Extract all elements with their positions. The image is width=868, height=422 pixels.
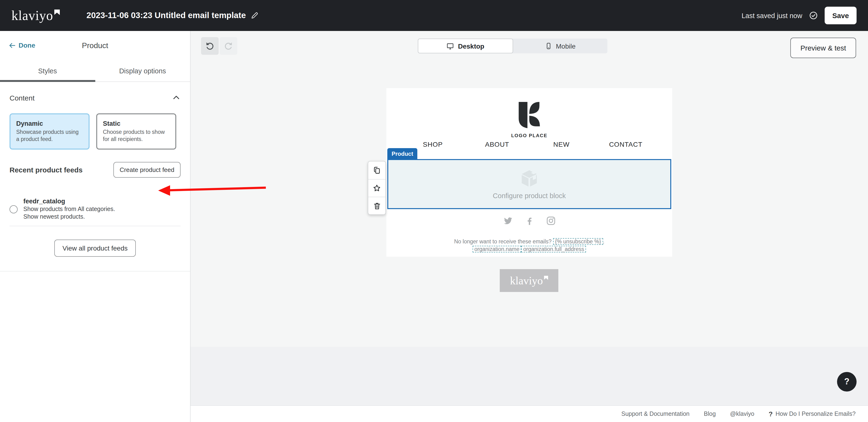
radio-button[interactable]	[9, 205, 18, 214]
email-nav-shop[interactable]: SHOP	[401, 140, 465, 148]
duplicate-block-button[interactable]	[368, 161, 385, 179]
email-footer-text: No longer want to receive these emails? …	[386, 238, 672, 253]
delete-block-button[interactable]	[368, 197, 385, 214]
klaviyo-email-editor: klaviyo 2023-11-06 03:23 Untitled email …	[0, 0, 868, 422]
content-section-title: Content	[9, 94, 35, 102]
chevron-up-icon[interactable]	[172, 93, 181, 102]
email-nav-about[interactable]: ABOUT	[465, 140, 529, 148]
redo-icon	[224, 41, 233, 51]
package-box-icon	[520, 169, 539, 188]
feed-description-2: Show newest products.	[23, 214, 115, 220]
topbar-right: Last saved just now Save	[742, 7, 857, 24]
redo-button[interactable]	[220, 37, 237, 55]
footer-personalize-help[interactable]: ? How Do I Personalize Emails?	[769, 410, 856, 418]
check-circle-icon	[809, 11, 818, 20]
save-button[interactable]: Save	[825, 7, 857, 24]
organization-address-tag[interactable]: organization.full_address	[521, 246, 586, 253]
divider	[9, 226, 181, 226]
facebook-icon[interactable]	[524, 216, 534, 226]
product-block[interactable]: Configure product block	[387, 159, 671, 209]
option-title: Dynamic	[16, 120, 83, 127]
star-icon	[373, 184, 381, 192]
email-nav: SHOP ABOUT NEW CONTACT	[401, 140, 658, 148]
block-toolbar	[368, 161, 386, 215]
canvas-lower-strip	[191, 347, 868, 405]
undo-button[interactable]	[201, 37, 219, 55]
divider	[0, 271, 190, 271]
email-logo-block[interactable]: LOGO PLACE	[386, 101, 672, 138]
edit-pencil-icon[interactable]	[251, 11, 259, 20]
page-footer: Support & Documentation Blog @klaviyo ? …	[191, 405, 868, 422]
unsubscribe-line: No longer want to receive these emails? …	[386, 238, 672, 245]
trash-icon	[373, 202, 381, 210]
unsubscribe-line-text: No longer want to receive these emails?	[454, 239, 553, 244]
klaviyo-flag-icon	[54, 9, 60, 15]
organization-name-tag[interactable]: organization.name	[473, 246, 521, 253]
option-card-dynamic[interactable]: Dynamic Showcase products using a produc…	[9, 113, 90, 150]
device-toggle-mobile[interactable]: Mobile	[513, 39, 608, 53]
template-title: 2023-11-06 03:23 Untitled email template	[87, 10, 259, 21]
help-button[interactable]: ?	[837, 372, 857, 391]
klaviyo-badge-wordmark: klaviyo	[510, 275, 548, 286]
footer-link-twitter-handle[interactable]: @klaviyo	[730, 411, 754, 417]
social-links-block	[386, 216, 672, 226]
selected-block-label[interactable]: Product	[387, 148, 417, 159]
option-description: Choose products to show for all recipien…	[103, 129, 169, 143]
logo-place-mark-icon	[517, 101, 541, 129]
device-toggle-label: Mobile	[556, 42, 576, 50]
organization-line: organization.nameorganization.full_addre…	[386, 245, 672, 253]
badge-text: klaviyo	[510, 275, 543, 286]
topbar: klaviyo 2023-11-06 03:23 Untitled email …	[0, 0, 868, 31]
footer-link-blog[interactable]: Blog	[704, 411, 716, 417]
preview-and-test-button[interactable]: Preview & test	[790, 38, 856, 58]
last-saved-status: Last saved just now	[742, 12, 802, 19]
sidebar-product-panel: Done Product Styles Display options Cont…	[0, 31, 191, 422]
twitter-icon[interactable]	[503, 216, 513, 226]
feed-item-feedr-catalog[interactable]: feedr_catalog Show products from All cat…	[9, 198, 181, 220]
create-product-feed-button[interactable]: Create product feed	[113, 162, 181, 178]
recent-feeds-heading: Recent product feeds	[9, 166, 83, 174]
unsubscribe-line-suffix: .	[603, 239, 604, 244]
klaviyo-branding-badge[interactable]: klaviyo	[500, 269, 558, 292]
sidebar-tabs: Styles Display options	[0, 61, 190, 82]
email-preview: LOGO PLACE SHOP ABOUT NEW CONTACT Produc…	[386, 88, 672, 257]
logo-place-label: LOGO PLACE	[386, 133, 672, 138]
sidebar-body: Content Dynamic Showcase products using …	[0, 93, 190, 271]
content-type-cards: Dynamic Showcase products using a produc…	[9, 113, 181, 150]
tab-display-options[interactable]: Display options	[95, 61, 190, 82]
device-toggle: Desktop Mobile	[418, 39, 608, 53]
feed-description-1: Show products from All categories.	[23, 206, 115, 213]
klaviyo-flag-icon	[544, 275, 548, 280]
email-nav-contact[interactable]: CONTACT	[594, 140, 658, 148]
content-section-header: Content	[9, 93, 181, 102]
panel-title: Product	[0, 41, 190, 50]
duplicate-icon	[373, 166, 381, 174]
feed-item-texts: feedr_catalog Show products from All cat…	[23, 198, 115, 220]
desktop-monitor-icon	[446, 42, 454, 50]
footer-help-text: How Do I Personalize Emails?	[776, 411, 856, 417]
klaviyo-wordmark: klaviyo	[11, 9, 53, 22]
device-toggle-label: Desktop	[458, 42, 484, 50]
klaviyo-logo[interactable]: klaviyo	[11, 9, 60, 22]
template-title-text: 2023-11-06 03:23 Untitled email template	[87, 10, 246, 21]
editor-canvas: Desktop Mobile Preview & test LOGO PLACE	[191, 31, 868, 422]
undo-icon	[205, 41, 214, 51]
tab-styles[interactable]: Styles	[0, 61, 95, 82]
option-description: Showcase products using a product feed.	[16, 129, 83, 143]
feed-name: feedr_catalog	[23, 198, 115, 205]
recent-feeds-header: Recent product feeds Create product feed	[9, 162, 181, 178]
unsubscribe-tag[interactable]: {% unsubscribe %}	[553, 238, 603, 245]
favorite-block-button[interactable]	[368, 179, 385, 197]
email-nav-new[interactable]: NEW	[529, 140, 594, 148]
option-title: Static	[103, 120, 169, 127]
product-block-placeholder: Configure product block	[493, 192, 566, 199]
option-card-static[interactable]: Static Choose products to show for all r…	[96, 113, 176, 150]
sidebar-header: Done Product	[0, 31, 190, 61]
instagram-icon[interactable]	[546, 216, 556, 226]
footer-link-support[interactable]: Support & Documentation	[621, 411, 689, 417]
question-mark-icon: ?	[769, 410, 773, 418]
device-toggle-desktop[interactable]: Desktop	[418, 39, 513, 53]
view-all-product-feeds-button[interactable]: View all product feeds	[54, 239, 135, 257]
mobile-phone-icon	[545, 42, 552, 50]
